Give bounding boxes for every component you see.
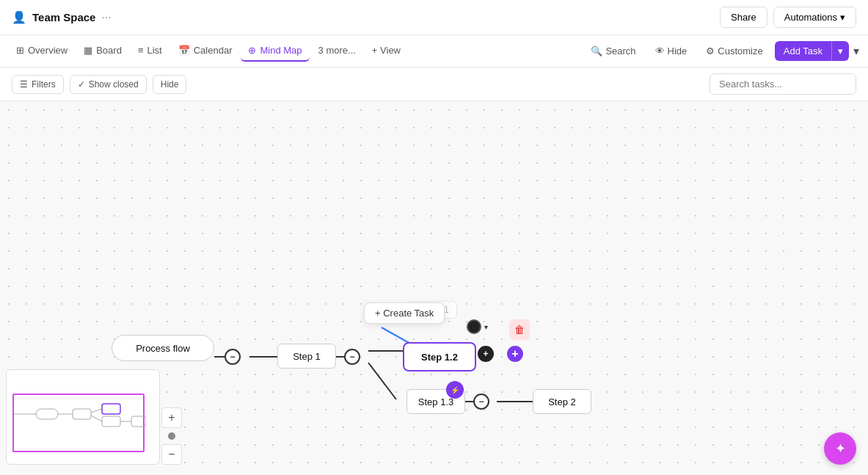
filters-button[interactable]: ☰ Filters — [12, 75, 64, 94]
expand-step1-icon[interactable]: − — [344, 349, 360, 365]
search-tasks-container — [710, 73, 856, 95]
svg-line-13 — [91, 416, 102, 421]
add-step12-child-icon[interactable]: + — [478, 346, 494, 362]
add-sibling-icon[interactable]: + — [507, 346, 523, 362]
add-view-button[interactable]: + View — [365, 40, 408, 62]
tabs-right: 🔍 Search 👁 Hide ⚙ Customize Add Task ▾ ▾ — [583, 41, 859, 61]
svg-rect-14 — [102, 404, 120, 414]
minimap-content — [14, 399, 146, 436]
share-button[interactable]: Share — [720, 7, 767, 28]
add-task-dropdown-icon[interactable]: ▾ — [831, 41, 849, 61]
workspace-icon: 👤 — [12, 10, 26, 24]
chevron-down-icon: ▾ — [840, 12, 845, 23]
step2-node[interactable]: Step 2 — [533, 389, 591, 414]
zoom-controls: + − — [161, 407, 182, 465]
customize-button[interactable]: ⚙ Customize — [699, 42, 770, 60]
tab-calendar[interactable]: 📅 Calendar — [171, 40, 240, 62]
svg-rect-11 — [73, 409, 91, 419]
step1-node[interactable]: Step 1 — [277, 344, 336, 369]
collapse-process-icon[interactable]: − — [225, 349, 241, 365]
color-dot[interactable] — [467, 319, 481, 334]
show-closed-button[interactable]: ✓ Show closed — [70, 75, 147, 94]
overview-icon: ⊞ — [16, 45, 24, 56]
mindmap-canvas[interactable]: Step 1.1 + Create Task ▾ 🗑 Process flow … — [0, 101, 868, 475]
zoom-out-button[interactable]: − — [161, 444, 182, 465]
process-flow-node[interactable]: Process flow — [112, 335, 214, 361]
zoom-slider[interactable] — [168, 432, 175, 440]
zoom-in-button[interactable]: + — [161, 407, 182, 428]
search-icon: 🔍 — [591, 46, 602, 57]
workspace-more-icon[interactable]: ··· — [101, 11, 111, 24]
minimap-inner — [7, 370, 159, 464]
color-picker-arrow[interactable]: ▾ — [484, 323, 488, 331]
workspace-name: Team Space — [32, 11, 95, 23]
calendar-icon: 📅 — [178, 45, 190, 56]
search-button[interactable]: 🔍 Search — [583, 42, 643, 60]
tabs-left: ⊞ Overview ▦ Board ≡ List 📅 Calendar ⊕ M… — [9, 40, 408, 62]
tab-mindmap[interactable]: ⊕ Mind Map — [241, 40, 309, 62]
minimap — [6, 369, 160, 465]
step12-node[interactable]: Step 1.2 — [403, 342, 476, 371]
assistant-button[interactable]: ✦ — [824, 432, 856, 465]
tab-board[interactable]: ▦ Board — [76, 40, 129, 62]
nav-more-button[interactable]: ▾ — [853, 44, 859, 58]
nav-tabs: ⊞ Overview ▦ Board ≡ List 📅 Calendar ⊕ M… — [0, 35, 868, 68]
hide-icon: 👁 — [655, 46, 665, 57]
list-icon: ≡ — [138, 45, 144, 56]
toolbar-hide-button[interactable]: Hide — [153, 75, 187, 94]
tab-list[interactable]: ≡ List — [131, 40, 169, 62]
search-tasks-input[interactable] — [710, 73, 856, 95]
board-icon: ▦ — [84, 45, 92, 56]
tab-more[interactable]: 3 more... — [311, 40, 363, 62]
add-task-button[interactable]: Add Task ▾ — [775, 41, 849, 61]
toolbar-left: ☰ Filters ✓ Show closed Hide — [12, 75, 186, 94]
step13-badge: ⚡ — [446, 381, 464, 399]
automations-button[interactable]: Automations ▾ — [773, 7, 856, 28]
top-bar-actions: Share Automations ▾ — [720, 7, 856, 28]
svg-line-4 — [368, 363, 396, 399]
hide-button[interactable]: 👁 Hide — [648, 42, 695, 60]
svg-rect-17 — [131, 416, 146, 427]
svg-rect-15 — [102, 416, 120, 427]
gear-icon: ⚙ — [706, 46, 715, 57]
create-task-button[interactable]: + Create Task — [364, 302, 445, 324]
filter-icon: ☰ — [20, 79, 28, 90]
expand-step13-icon[interactable]: − — [473, 394, 489, 410]
top-bar: 👤 Team Space ··· Share Automations ▾ — [0, 0, 868, 35]
color-picker[interactable]: ▾ — [467, 319, 488, 334]
tab-overview[interactable]: ⊞ Overview — [9, 40, 75, 62]
mindmap-icon: ⊕ — [248, 45, 256, 56]
svg-rect-9 — [36, 409, 58, 419]
workspace-section: 👤 Team Space ··· — [12, 10, 112, 24]
delete-node-button[interactable]: 🗑 — [509, 319, 530, 340]
svg-line-12 — [91, 409, 102, 413]
assistant-icon: ✦ — [835, 440, 846, 457]
toolbar: ☰ Filters ✓ Show closed Hide — [0, 68, 868, 101]
check-circle-icon: ✓ — [78, 79, 85, 90]
